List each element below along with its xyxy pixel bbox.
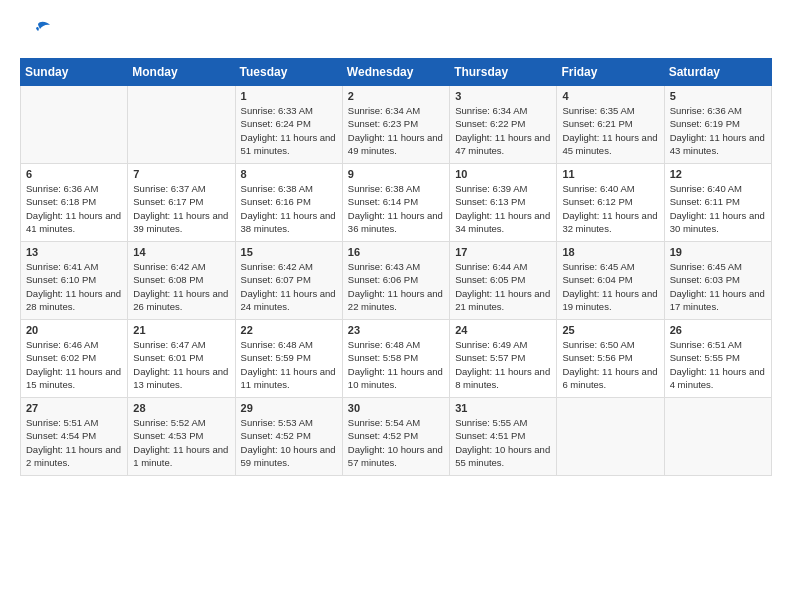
day-number: 31	[455, 402, 551, 414]
calendar-cell: 29Sunrise: 5:53 AM Sunset: 4:52 PM Dayli…	[235, 398, 342, 476]
day-number: 21	[133, 324, 229, 336]
calendar-cell	[664, 398, 771, 476]
page-header	[20, 20, 772, 42]
cell-info: Sunrise: 5:55 AM Sunset: 4:51 PM Dayligh…	[455, 416, 551, 469]
cell-info: Sunrise: 6:42 AM Sunset: 6:07 PM Dayligh…	[241, 260, 337, 313]
calendar-cell: 21Sunrise: 6:47 AM Sunset: 6:01 PM Dayli…	[128, 320, 235, 398]
calendar-cell: 1Sunrise: 6:33 AM Sunset: 6:24 PM Daylig…	[235, 86, 342, 164]
calendar-cell: 6Sunrise: 6:36 AM Sunset: 6:18 PM Daylig…	[21, 164, 128, 242]
day-number: 2	[348, 90, 444, 102]
calendar-cell: 16Sunrise: 6:43 AM Sunset: 6:06 PM Dayli…	[342, 242, 449, 320]
day-number: 18	[562, 246, 658, 258]
cell-info: Sunrise: 6:46 AM Sunset: 6:02 PM Dayligh…	[26, 338, 122, 391]
cell-info: Sunrise: 6:42 AM Sunset: 6:08 PM Dayligh…	[133, 260, 229, 313]
calendar-cell: 22Sunrise: 6:48 AM Sunset: 5:59 PM Dayli…	[235, 320, 342, 398]
day-number: 1	[241, 90, 337, 102]
calendar-cell: 5Sunrise: 6:36 AM Sunset: 6:19 PM Daylig…	[664, 86, 771, 164]
calendar-cell: 31Sunrise: 5:55 AM Sunset: 4:51 PM Dayli…	[450, 398, 557, 476]
day-number: 25	[562, 324, 658, 336]
calendar-cell: 26Sunrise: 6:51 AM Sunset: 5:55 PM Dayli…	[664, 320, 771, 398]
calendar-cell: 30Sunrise: 5:54 AM Sunset: 4:52 PM Dayli…	[342, 398, 449, 476]
cell-info: Sunrise: 6:45 AM Sunset: 6:04 PM Dayligh…	[562, 260, 658, 313]
cell-info: Sunrise: 6:33 AM Sunset: 6:24 PM Dayligh…	[241, 104, 337, 157]
calendar-cell: 27Sunrise: 5:51 AM Sunset: 4:54 PM Dayli…	[21, 398, 128, 476]
calendar-week-3: 13Sunrise: 6:41 AM Sunset: 6:10 PM Dayli…	[21, 242, 772, 320]
day-number: 5	[670, 90, 766, 102]
day-number: 7	[133, 168, 229, 180]
day-number: 17	[455, 246, 551, 258]
calendar-cell: 3Sunrise: 6:34 AM Sunset: 6:22 PM Daylig…	[450, 86, 557, 164]
cell-info: Sunrise: 6:37 AM Sunset: 6:17 PM Dayligh…	[133, 182, 229, 235]
calendar-cell: 11Sunrise: 6:40 AM Sunset: 6:12 PM Dayli…	[557, 164, 664, 242]
cell-info: Sunrise: 6:34 AM Sunset: 6:22 PM Dayligh…	[455, 104, 551, 157]
header-cell-monday: Monday	[128, 59, 235, 86]
calendar-cell: 28Sunrise: 5:52 AM Sunset: 4:53 PM Dayli…	[128, 398, 235, 476]
cell-info: Sunrise: 6:36 AM Sunset: 6:19 PM Dayligh…	[670, 104, 766, 157]
day-number: 9	[348, 168, 444, 180]
day-number: 26	[670, 324, 766, 336]
day-number: 19	[670, 246, 766, 258]
calendar-cell: 7Sunrise: 6:37 AM Sunset: 6:17 PM Daylig…	[128, 164, 235, 242]
cell-info: Sunrise: 6:34 AM Sunset: 6:23 PM Dayligh…	[348, 104, 444, 157]
header-row: SundayMondayTuesdayWednesdayThursdayFrid…	[21, 59, 772, 86]
cell-info: Sunrise: 6:39 AM Sunset: 6:13 PM Dayligh…	[455, 182, 551, 235]
day-number: 16	[348, 246, 444, 258]
header-cell-saturday: Saturday	[664, 59, 771, 86]
day-number: 23	[348, 324, 444, 336]
logo	[20, 20, 54, 42]
calendar-cell: 9Sunrise: 6:38 AM Sunset: 6:14 PM Daylig…	[342, 164, 449, 242]
day-number: 24	[455, 324, 551, 336]
logo-bird-icon	[20, 20, 52, 42]
cell-info: Sunrise: 5:54 AM Sunset: 4:52 PM Dayligh…	[348, 416, 444, 469]
calendar-cell: 24Sunrise: 6:49 AM Sunset: 5:57 PM Dayli…	[450, 320, 557, 398]
calendar-cell	[557, 398, 664, 476]
day-number: 29	[241, 402, 337, 414]
cell-info: Sunrise: 6:49 AM Sunset: 5:57 PM Dayligh…	[455, 338, 551, 391]
calendar-week-4: 20Sunrise: 6:46 AM Sunset: 6:02 PM Dayli…	[21, 320, 772, 398]
cell-info: Sunrise: 5:51 AM Sunset: 4:54 PM Dayligh…	[26, 416, 122, 469]
header-cell-wednesday: Wednesday	[342, 59, 449, 86]
calendar-table: SundayMondayTuesdayWednesdayThursdayFrid…	[20, 58, 772, 476]
cell-info: Sunrise: 6:38 AM Sunset: 6:16 PM Dayligh…	[241, 182, 337, 235]
calendar-cell: 15Sunrise: 6:42 AM Sunset: 6:07 PM Dayli…	[235, 242, 342, 320]
cell-info: Sunrise: 6:41 AM Sunset: 6:10 PM Dayligh…	[26, 260, 122, 313]
day-number: 15	[241, 246, 337, 258]
header-cell-thursday: Thursday	[450, 59, 557, 86]
calendar-cell: 23Sunrise: 6:48 AM Sunset: 5:58 PM Dayli…	[342, 320, 449, 398]
cell-info: Sunrise: 6:38 AM Sunset: 6:14 PM Dayligh…	[348, 182, 444, 235]
cell-info: Sunrise: 6:50 AM Sunset: 5:56 PM Dayligh…	[562, 338, 658, 391]
day-number: 4	[562, 90, 658, 102]
calendar-cell	[128, 86, 235, 164]
day-number: 8	[241, 168, 337, 180]
day-number: 20	[26, 324, 122, 336]
calendar-cell: 13Sunrise: 6:41 AM Sunset: 6:10 PM Dayli…	[21, 242, 128, 320]
calendar-cell: 19Sunrise: 6:45 AM Sunset: 6:03 PM Dayli…	[664, 242, 771, 320]
calendar-week-1: 1Sunrise: 6:33 AM Sunset: 6:24 PM Daylig…	[21, 86, 772, 164]
cell-info: Sunrise: 6:48 AM Sunset: 5:58 PM Dayligh…	[348, 338, 444, 391]
cell-info: Sunrise: 6:40 AM Sunset: 6:12 PM Dayligh…	[562, 182, 658, 235]
day-number: 13	[26, 246, 122, 258]
cell-info: Sunrise: 6:47 AM Sunset: 6:01 PM Dayligh…	[133, 338, 229, 391]
header-cell-friday: Friday	[557, 59, 664, 86]
calendar-cell: 25Sunrise: 6:50 AM Sunset: 5:56 PM Dayli…	[557, 320, 664, 398]
day-number: 28	[133, 402, 229, 414]
day-number: 14	[133, 246, 229, 258]
cell-info: Sunrise: 6:44 AM Sunset: 6:05 PM Dayligh…	[455, 260, 551, 313]
day-number: 10	[455, 168, 551, 180]
cell-info: Sunrise: 6:35 AM Sunset: 6:21 PM Dayligh…	[562, 104, 658, 157]
day-number: 27	[26, 402, 122, 414]
calendar-cell: 8Sunrise: 6:38 AM Sunset: 6:16 PM Daylig…	[235, 164, 342, 242]
calendar-cell: 12Sunrise: 6:40 AM Sunset: 6:11 PM Dayli…	[664, 164, 771, 242]
calendar-cell	[21, 86, 128, 164]
day-number: 3	[455, 90, 551, 102]
calendar-cell: 17Sunrise: 6:44 AM Sunset: 6:05 PM Dayli…	[450, 242, 557, 320]
cell-info: Sunrise: 6:36 AM Sunset: 6:18 PM Dayligh…	[26, 182, 122, 235]
cell-info: Sunrise: 6:45 AM Sunset: 6:03 PM Dayligh…	[670, 260, 766, 313]
header-cell-tuesday: Tuesday	[235, 59, 342, 86]
day-number: 12	[670, 168, 766, 180]
calendar-cell: 14Sunrise: 6:42 AM Sunset: 6:08 PM Dayli…	[128, 242, 235, 320]
day-number: 30	[348, 402, 444, 414]
cell-info: Sunrise: 6:43 AM Sunset: 6:06 PM Dayligh…	[348, 260, 444, 313]
day-number: 22	[241, 324, 337, 336]
calendar-cell: 18Sunrise: 6:45 AM Sunset: 6:04 PM Dayli…	[557, 242, 664, 320]
